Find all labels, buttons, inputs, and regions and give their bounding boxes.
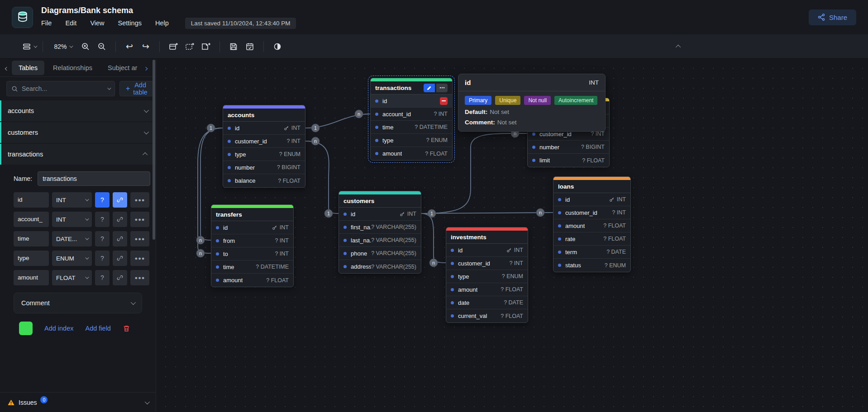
add-field-button[interactable]: Add field <box>86 325 111 332</box>
zoom-out-button[interactable] <box>94 39 110 54</box>
table-field-row[interactable]: amount ? FLOAT <box>211 274 293 287</box>
table-more-button[interactable] <box>436 84 448 92</box>
menu-settings[interactable]: Settings <box>118 19 142 27</box>
table-field-row[interactable]: customer_id ? INT <box>223 135 305 148</box>
zoom-level-dropdown[interactable]: 82% <box>48 39 77 54</box>
relationship-line[interactable] <box>305 141 339 213</box>
table-header[interactable]: transactions <box>371 81 452 95</box>
sidebar-scrollbar[interactable] <box>153 60 155 240</box>
menu-view[interactable]: View <box>90 19 104 27</box>
table-field-row[interactable]: id INT <box>446 244 528 257</box>
zoom-in-button[interactable] <box>77 39 94 54</box>
table-field-row[interactable]: to ? INT <box>211 247 293 260</box>
table-field-row[interactable]: time ? DATETIME <box>211 260 293 274</box>
table-field-row[interactable]: id <box>371 95 452 108</box>
add-area-button[interactable] <box>181 39 198 54</box>
diagram-table-investments[interactable]: investments id INT customer_id ? INT typ… <box>446 227 528 323</box>
nullable-toggle[interactable]: ? <box>95 192 110 208</box>
todo-button[interactable] <box>242 39 258 54</box>
table-field-row[interactable]: date ? DATE <box>446 296 528 309</box>
table-field-row[interactable]: status ? ENUM <box>553 259 630 272</box>
primary-key-toggle[interactable] <box>113 251 127 266</box>
menu-edit[interactable]: Edit <box>65 19 76 27</box>
table-field-row[interactable]: type ? ENUM <box>223 148 305 161</box>
field-more-button[interactable]: ●●● <box>130 212 149 227</box>
table-list-item-accounts[interactable]: accounts <box>0 100 156 121</box>
field-type-select[interactable]: INT <box>52 212 92 227</box>
add-table-tool-button[interactable] <box>165 39 181 54</box>
field-type-select[interactable]: FLOAT <box>52 270 92 285</box>
table-field-row[interactable]: current_val ? FLOAT <box>446 309 528 322</box>
table-field-row[interactable]: phone ? VARCHAR(255) <box>339 247 421 260</box>
table-field-row[interactable]: id INT <box>339 208 421 221</box>
table-name-input[interactable] <box>38 171 150 186</box>
nullable-toggle[interactable]: ? <box>95 251 110 266</box>
table-field-row[interactable]: id INT <box>211 221 293 234</box>
nullable-toggle[interactable]: ? <box>95 231 110 246</box>
table-field-row[interactable]: balance ? FLOAT <box>223 174 305 187</box>
diagram-menu-button[interactable] <box>21 39 37 54</box>
table-field-row[interactable]: address ? VARCHAR(255) <box>339 260 421 273</box>
field-name-input[interactable]: amount <box>14 270 49 285</box>
table-field-row[interactable]: time ? DATETIME <box>371 121 452 134</box>
table-list-item-transactions[interactable]: transactions <box>0 144 156 165</box>
table-field-row[interactable]: from ? INT <box>211 234 293 247</box>
tab-scroll-right[interactable] <box>143 64 149 71</box>
field-type-select[interactable]: INT <box>52 192 92 208</box>
tab-relationships[interactable]: Relationships <box>46 61 99 75</box>
table-field-row[interactable]: amount ? FLOAT <box>553 219 630 232</box>
tab-tables[interactable]: Tables <box>12 61 44 75</box>
menu-file[interactable]: File <box>41 19 52 27</box>
primary-key-toggle[interactable] <box>113 212 127 227</box>
table-field-row[interactable]: amount ? FLOAT <box>446 283 528 296</box>
edit-table-button[interactable] <box>424 84 435 92</box>
table-field-row[interactable]: last_na... ? VARCHAR(255) <box>339 234 421 247</box>
primary-key-toggle[interactable] <box>113 192 127 208</box>
field-more-button[interactable]: ●●● <box>130 270 149 285</box>
diagram-table-accounts[interactable]: accounts id INT customer_id ? INT type ?… <box>223 105 305 188</box>
undo-button[interactable]: ↩ <box>121 39 138 54</box>
table-header[interactable]: loans <box>553 180 630 193</box>
canvas[interactable]: 1n1nnn11nnn id INT customer_id ? INT num… <box>156 59 868 412</box>
field-name-input[interactable]: time <box>14 231 49 246</box>
table-field-row[interactable]: rate ? FLOAT <box>553 232 630 246</box>
collapse-toolbar-button[interactable] <box>671 39 687 54</box>
table-field-row[interactable]: number ? BIGINT <box>528 141 609 154</box>
table-header[interactable]: accounts <box>223 109 305 122</box>
field-type-select[interactable]: ENUM <box>52 251 92 266</box>
table-field-row[interactable]: customer_id ? INT <box>553 206 630 219</box>
field-name-input[interactable]: type <box>14 251 49 266</box>
table-field-row[interactable]: id INT <box>553 193 630 206</box>
save-button[interactable] <box>225 39 242 54</box>
delete-table-button[interactable] <box>123 325 130 332</box>
field-name-input[interactable]: id <box>14 192 49 208</box>
share-button[interactable]: Share <box>809 9 856 25</box>
comment-section[interactable]: Comment <box>14 293 142 313</box>
diagram-table-transactions[interactable]: transactions id account_id ? INT time ? … <box>370 78 453 161</box>
issues-footer[interactable]: Issues 0 <box>0 392 156 412</box>
field-name-input[interactable]: account_ <box>14 212 49 227</box>
field-more-button[interactable]: ●●● <box>130 192 149 208</box>
tab-subject-areas[interactable]: Subject ar <box>101 61 141 75</box>
table-field-row[interactable]: first_na... ? VARCHAR(255) <box>339 221 421 234</box>
diagram-table-loans[interactable]: loans id INT customer_id ? INT amount ? … <box>553 176 631 272</box>
table-header[interactable]: transfers <box>211 208 293 221</box>
field-more-button[interactable]: ●●● <box>130 251 149 266</box>
field-type-select[interactable]: DATE... <box>52 231 92 246</box>
redo-button[interactable]: ↪ <box>138 39 154 54</box>
table-field-row[interactable]: limit ? FLOAT <box>528 154 609 167</box>
search-input[interactable] <box>22 85 104 92</box>
diagram-table-transfers[interactable]: transfers id INT from ? INT to ? INT tim… <box>211 204 294 287</box>
search-box[interactable] <box>6 81 115 96</box>
delete-field-button[interactable] <box>440 97 448 105</box>
table-field-row[interactable]: account_id ? INT <box>371 108 452 121</box>
table-field-row[interactable]: customer_id ? INT <box>446 257 528 270</box>
menu-help[interactable]: Help <box>155 19 169 27</box>
field-more-button[interactable]: ●●● <box>130 231 149 246</box>
add-note-button[interactable] <box>198 39 214 54</box>
nullable-toggle[interactable]: ? <box>95 212 110 227</box>
table-list-item-customers[interactable]: customers <box>0 122 156 143</box>
table-color-swatch[interactable] <box>19 322 33 335</box>
relationship-line[interactable] <box>421 213 446 263</box>
theme-toggle-button[interactable] <box>269 39 286 54</box>
